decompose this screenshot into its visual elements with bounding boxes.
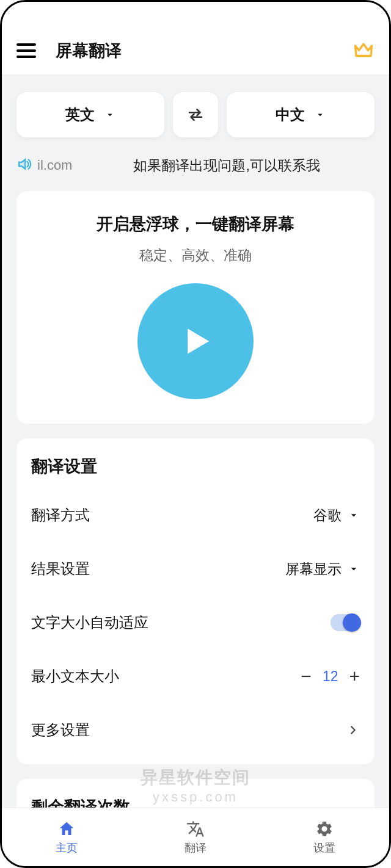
nav-settings[interactable]: 设置	[260, 808, 389, 866]
increase-button[interactable]: +	[349, 666, 360, 687]
chevron-right-icon	[346, 723, 360, 737]
translation-method-row[interactable]: 翻译方式 谷歌	[31, 488, 360, 542]
auto-text-size-row: 文字大小自动适应	[31, 596, 360, 649]
translation-settings-card: 翻译设置 翻译方式 谷歌 结果设置 屏幕显示 文字大小自动适应	[16, 438, 375, 764]
chevron-down-icon	[348, 563, 360, 575]
language-selector-row: 英文 中文	[16, 92, 375, 137]
nav-settings-label: 设置	[313, 841, 335, 855]
source-language-selector[interactable]: 英文	[16, 92, 164, 137]
crown-icon[interactable]	[353, 38, 375, 63]
min-text-size-value: 12	[323, 668, 338, 685]
chevron-down-icon	[104, 109, 115, 120]
start-floating-ball-button[interactable]	[137, 283, 254, 399]
decrease-button[interactable]: −	[301, 666, 312, 687]
target-language-label: 中文	[276, 105, 305, 125]
main-action-subtitle: 稳定、高效、准确	[139, 246, 252, 265]
swap-icon	[186, 106, 205, 124]
more-settings-label: 更多设置	[31, 720, 90, 740]
more-settings-row[interactable]: 更多设置	[31, 703, 360, 757]
translation-method-label: 翻译方式	[31, 505, 90, 525]
settings-section-title: 翻译设置	[31, 455, 360, 477]
nav-translate[interactable]: 翻译	[131, 808, 260, 866]
bottom-navigation: 主页 翻译 设置	[2, 808, 389, 866]
translate-icon	[186, 820, 205, 838]
page-title: 屏幕翻译	[56, 40, 353, 62]
translation-method-value: 谷歌	[313, 506, 342, 525]
chevron-down-icon	[315, 109, 326, 120]
main-action-card: 开启悬浮球，一键翻译屏幕 稳定、高效、准确	[16, 191, 375, 424]
auto-text-size-label: 文字大小自动适应	[31, 613, 148, 632]
main-action-title: 开启悬浮球，一键翻译屏幕	[97, 213, 294, 235]
min-text-size-label: 最小文本大小	[31, 667, 119, 686]
gear-icon	[315, 820, 334, 838]
status-bar	[2, 2, 389, 26]
result-display-value: 屏幕显示	[285, 560, 342, 579]
play-icon	[172, 318, 219, 364]
min-text-size-row: 最小文本大小 − 12 +	[31, 649, 360, 703]
target-language-selector[interactable]: 中文	[227, 92, 375, 137]
home-icon	[57, 820, 76, 838]
nav-translate-label: 翻译	[185, 841, 206, 855]
notice-ticker: il.com 如果翻译出现问题,可以联系我	[16, 151, 375, 180]
speaker-icon	[16, 156, 32, 175]
nav-home[interactable]: 主页	[2, 808, 131, 866]
swap-languages-button[interactable]	[173, 92, 218, 137]
chevron-down-icon	[348, 509, 360, 521]
app-header: 屏幕翻译	[2, 26, 389, 75]
result-display-label: 结果设置	[31, 559, 90, 579]
source-language-label: 英文	[65, 105, 95, 125]
result-display-row[interactable]: 结果设置 屏幕显示	[31, 542, 360, 596]
menu-button[interactable]	[16, 43, 36, 58]
min-text-size-stepper: − 12 +	[301, 666, 360, 687]
auto-text-size-toggle[interactable]	[331, 614, 360, 631]
ticker-text-right: 如果翻译出现问题,可以联系我	[133, 156, 320, 175]
ticker-text-left: il.com	[37, 157, 72, 173]
nav-home-label: 主页	[56, 841, 78, 855]
